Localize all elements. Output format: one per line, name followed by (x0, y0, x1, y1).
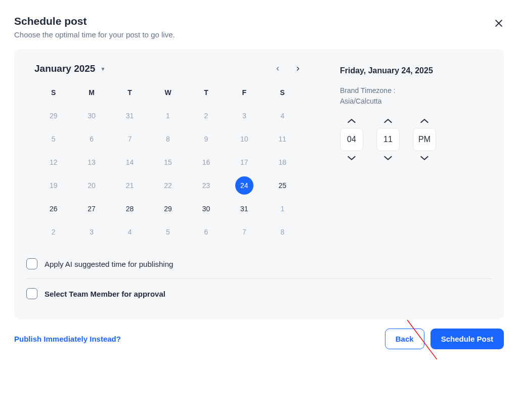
publish-immediately-link[interactable]: Publish Immediately Instead? (14, 335, 121, 343)
prev-month-button[interactable] (274, 65, 281, 72)
calendar-day: 3 (235, 107, 253, 125)
calendar-day: 3 (82, 223, 101, 241)
calendar-day[interactable]: 29 (159, 200, 177, 218)
calendar-day[interactable]: 28 (121, 200, 139, 218)
day-of-week: T (111, 83, 149, 102)
day-of-week: S (264, 83, 301, 102)
day-of-week: M (72, 83, 110, 102)
calendar-day: 4 (273, 107, 291, 125)
divider (26, 278, 492, 279)
time-picker: 04 11 PM (340, 118, 492, 161)
minute-value[interactable]: 11 (376, 128, 400, 151)
hour-value[interactable]: 04 (340, 128, 363, 151)
calendar-day: 2 (45, 223, 63, 241)
hour-down[interactable] (346, 154, 357, 161)
schedule-post-modal: Schedule post Choose the optimal time fo… (0, 0, 518, 359)
schedule-card: January 2025 ▼ SMTWTFS293031123456789101… (14, 49, 504, 319)
calendar-day: 7 (121, 130, 139, 148)
modal-title: Schedule post (14, 15, 504, 27)
calendar-day: 7 (235, 223, 253, 241)
calendar-day: 4 (121, 223, 139, 241)
calendar-day: 6 (82, 130, 101, 148)
calendar-day: 8 (273, 223, 291, 241)
timezone-value: Asia/Calcutta (340, 97, 381, 105)
close-button[interactable] (494, 18, 504, 30)
ai-time-checkbox[interactable] (26, 258, 37, 269)
calendar-day: 8 (159, 130, 177, 148)
schedule-post-button[interactable]: Schedule Post (430, 329, 504, 349)
calendar-day: 9 (197, 130, 215, 148)
calendar-day: 13 (82, 153, 101, 171)
calendar-day: 5 (159, 223, 177, 241)
calendar-day: 12 (45, 153, 63, 171)
calendar-day[interactable]: 30 (197, 200, 215, 218)
ai-time-label: Apply AI suggested time for publishing (45, 260, 173, 268)
calendar-day: 6 (197, 223, 215, 241)
calendar-day: 14 (121, 153, 139, 171)
calendar-grid: SMTWTFS293031123456789101112131415161718… (34, 83, 301, 241)
selected-date: Friday, January 24, 2025 (340, 66, 492, 75)
calendar-day: 31 (121, 107, 139, 125)
day-of-week: T (187, 83, 225, 102)
timezone-label: Brand Timezone : (340, 86, 396, 95)
calendar-day[interactable]: 24 (235, 176, 253, 195)
day-of-week: S (34, 83, 72, 102)
calendar-day[interactable]: 26 (45, 200, 63, 218)
calendar-day: 15 (159, 153, 177, 171)
team-approval-checkbox[interactable] (26, 288, 37, 299)
hour-up[interactable] (346, 118, 357, 125)
calendar-day[interactable]: 25 (273, 176, 291, 195)
team-approval-label: Select Team Member for approval (45, 290, 165, 298)
calendar-day: 10 (235, 130, 253, 148)
day-of-week: W (149, 83, 187, 102)
meridiem-up[interactable] (419, 118, 430, 125)
calendar-day: 20 (82, 176, 101, 195)
calendar-day: 19 (45, 176, 63, 195)
calendar-day[interactable]: 31 (235, 200, 253, 218)
calendar-day: 17 (235, 153, 253, 171)
calendar-day: 5 (45, 130, 63, 148)
month-label: January 2025 (34, 63, 95, 74)
meridiem-down[interactable] (419, 154, 430, 161)
chevron-down-icon: ▼ (100, 66, 105, 72)
time-panel: Friday, January 24, 2025 Brand Timezone … (340, 63, 492, 241)
calendar-day: 11 (273, 130, 291, 148)
minute-up[interactable] (382, 118, 394, 125)
month-selector[interactable]: January 2025 ▼ (34, 63, 105, 74)
modal-subtitle: Choose the optimal time for your post to… (14, 30, 504, 39)
meridiem-value[interactable]: PM (413, 128, 436, 151)
calendar-day: 18 (273, 153, 291, 171)
calendar-day: 30 (82, 107, 101, 125)
calendar: January 2025 ▼ SMTWTFS293031123456789101… (26, 63, 310, 241)
calendar-day: 1 (159, 107, 177, 125)
timezone: Brand Timezone : Asia/Calcutta (340, 85, 492, 107)
calendar-day: 1 (273, 200, 291, 218)
minute-down[interactable] (382, 154, 394, 161)
calendar-day: 21 (121, 176, 139, 195)
calendar-day: 16 (197, 153, 215, 171)
calendar-day: 29 (45, 107, 63, 125)
back-button[interactable]: Back (385, 329, 424, 349)
calendar-day[interactable]: 27 (82, 200, 101, 218)
next-month-button[interactable] (294, 65, 301, 72)
day-of-week: F (225, 83, 263, 102)
calendar-day: 2 (197, 107, 215, 125)
calendar-day: 22 (159, 176, 177, 195)
calendar-day: 23 (197, 176, 215, 195)
